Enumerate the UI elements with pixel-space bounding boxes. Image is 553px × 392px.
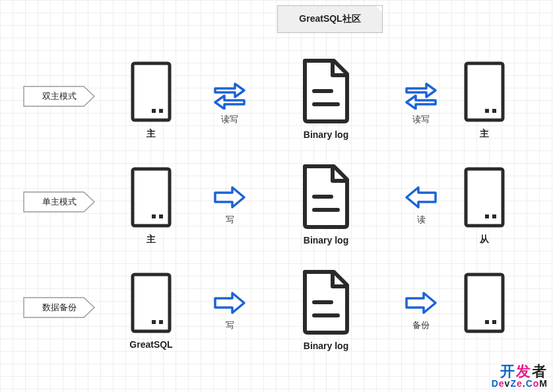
svg-rect-7 [492, 109, 496, 113]
svg-rect-5 [466, 63, 503, 120]
svg-rect-10 [159, 214, 163, 218]
arrow-right-label: 读 [417, 214, 426, 226]
svg-rect-21 [466, 275, 503, 331]
svg-rect-9 [152, 214, 156, 218]
arrow-left-label: 写 [226, 214, 234, 226]
server-icon [129, 271, 174, 335]
arrow-right-label: 读写 [412, 114, 430, 125]
right-arrow-icon [211, 185, 248, 210]
wm-char: 发 [516, 363, 532, 379]
server-icon [129, 59, 174, 124]
header-title: GreatSQL社区 [299, 13, 360, 25]
binary-log-caption: Binary log [304, 235, 348, 245]
arrow-right: 备份 [403, 290, 439, 331]
svg-rect-22 [485, 320, 489, 324]
svg-rect-17 [152, 320, 156, 324]
server-left: 主 [129, 165, 174, 245]
bidir-arrow-icon [211, 79, 248, 110]
wm-text: o [533, 378, 540, 389]
row-label-shape: 数据备份 [23, 297, 96, 318]
row-label-shape: 双主模式 [23, 86, 96, 107]
server-icon [462, 59, 507, 124]
right-arrow-icon [403, 290, 439, 315]
svg-rect-16 [133, 275, 170, 331]
wm-text: e [499, 378, 505, 389]
arrow-right: 读 [403, 185, 439, 226]
server-right [462, 271, 507, 339]
svg-rect-2 [159, 109, 163, 113]
server-icon [129, 165, 174, 230]
right-arrow-icon [211, 290, 248, 315]
binary-log-caption: Binary log [304, 129, 348, 140]
wm-char: 开 [500, 363, 516, 379]
server-left: 主 [129, 59, 174, 140]
wm-text: e [517, 378, 523, 389]
watermark: 开发者 DevZe.CoM [492, 364, 548, 388]
server-right: 主 [462, 59, 507, 140]
svg-rect-6 [485, 109, 489, 113]
wm-text: C [526, 378, 533, 389]
svg-rect-18 [159, 320, 163, 324]
wm-char: 者 [532, 363, 548, 379]
server-right: 从 [462, 165, 507, 245]
binary-log-caption: Binary log [304, 341, 348, 351]
row-backup: 数据备份 GreatSQL 写 Binary log 备份 [0, 264, 553, 370]
svg-rect-23 [492, 320, 496, 324]
arrow-left-label: 写 [226, 319, 234, 331]
bidir-arrow-icon [403, 79, 439, 110]
arrow-left-label: 读写 [221, 114, 238, 125]
server-left-caption: 主 [146, 128, 156, 140]
row-label-text: 双主模式 [42, 90, 77, 102]
svg-rect-1 [152, 109, 156, 113]
arrow-left: 读写 [211, 79, 248, 125]
server-right-caption: 主 [480, 128, 489, 140]
server-left-caption: GreatSQL [129, 339, 172, 350]
file-icon [297, 57, 355, 125]
file-icon [297, 162, 355, 231]
arrow-left: 写 [211, 290, 248, 331]
arrow-right: 读写 [403, 79, 439, 125]
server-left-caption: 主 [146, 234, 156, 245]
left-arrow-icon [403, 185, 439, 210]
arrow-right-label: 备份 [412, 319, 430, 331]
server-icon [462, 271, 507, 335]
row-label-shape: 单主模式 [23, 191, 96, 212]
file-icon [297, 268, 355, 337]
server-left: GreatSQL [129, 271, 174, 350]
wm-text: D [492, 378, 499, 389]
binary-log: Binary log [297, 162, 355, 245]
row-single-master: 单主模式 主 写 Binary log 读 从 [0, 158, 553, 264]
binary-log: Binary log [297, 57, 355, 140]
header-note: GreatSQL社区 [277, 5, 383, 33]
wm-text: Z [510, 378, 517, 389]
svg-rect-14 [485, 214, 489, 218]
svg-rect-13 [466, 169, 503, 226]
row-label-text: 数据备份 [42, 302, 77, 313]
svg-rect-0 [133, 63, 170, 120]
svg-rect-8 [133, 169, 170, 226]
arrow-left: 写 [211, 185, 248, 226]
wm-text: M [539, 378, 548, 389]
server-right-caption: 从 [480, 234, 489, 245]
row-label-text: 单主模式 [42, 196, 77, 208]
server-icon [462, 165, 507, 230]
svg-rect-15 [492, 214, 496, 218]
binary-log: Binary log [297, 268, 355, 351]
row-dual-master: 双主模式 主 读写 Binary log 读写 主 [0, 53, 553, 158]
